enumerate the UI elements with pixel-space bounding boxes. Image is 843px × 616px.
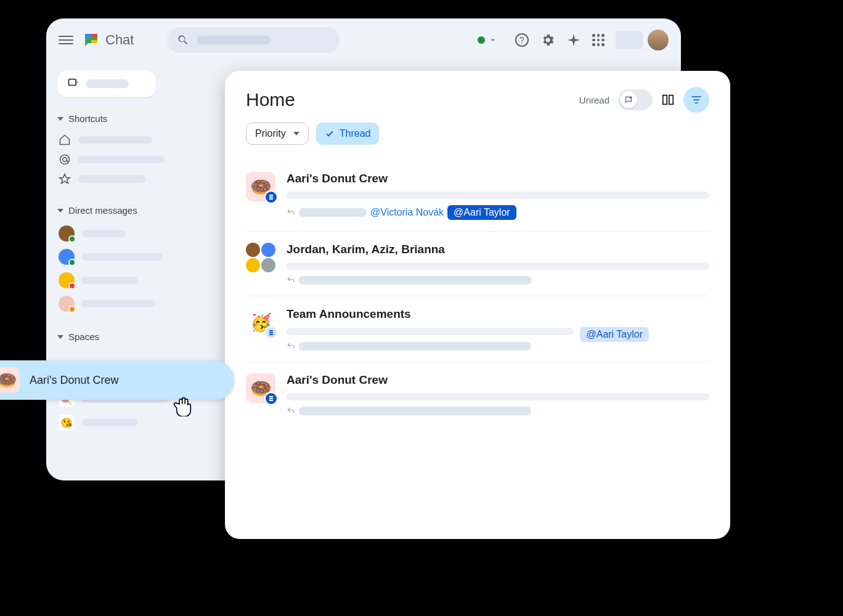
home-icon (59, 134, 71, 146)
chevron-down-icon (57, 117, 63, 121)
new-chat-icon (67, 78, 79, 90)
reply-icon (287, 342, 295, 351)
shortcut-home[interactable] (57, 130, 213, 150)
dm-contact-3[interactable] (57, 269, 213, 292)
mention-link[interactable]: @Victoria Novák (370, 207, 444, 218)
reply-icon (287, 407, 295, 415)
star-icon (59, 173, 71, 185)
apps-grid-icon[interactable] (592, 34, 605, 46)
page-title: Home (246, 89, 571, 110)
chevron-down-icon (293, 132, 299, 136)
chevron-down-icon (57, 209, 63, 213)
thread-badge-icon (264, 392, 278, 405)
filter-button[interactable] (683, 87, 709, 113)
help-icon[interactable]: ? (515, 33, 529, 47)
svg-point-8 (630, 97, 631, 98)
shortcuts-header[interactable]: Shortcuts (57, 113, 213, 124)
chat-logo-icon (82, 31, 100, 49)
shortcut-mentions[interactable] (57, 150, 213, 169)
svg-point-7 (63, 158, 67, 162)
grab-cursor-icon (173, 394, 195, 416)
svg-rect-0 (85, 34, 91, 37)
at-icon (59, 153, 71, 166)
svg-rect-2 (91, 40, 97, 43)
dm-contact-2[interactable] (57, 245, 213, 269)
app-name: Chat (105, 32, 134, 48)
priority-chip[interactable]: Priority (246, 123, 309, 145)
status-active-icon (478, 36, 485, 44)
dm-contact-4[interactable] (57, 292, 213, 315)
svg-rect-10 (669, 95, 673, 105)
account-area[interactable] (616, 30, 669, 51)
spaces-header[interactable]: Spaces (57, 331, 213, 342)
conversation-avatar: 🍩 (246, 373, 275, 403)
conversation-list: 🍩Aari's Donut Crew@Victoria Novák@Aari T… (246, 161, 709, 426)
conversation-title: Aari's Donut Crew (287, 172, 709, 185)
dms-header[interactable]: Direct messages (57, 205, 213, 216)
split-view-icon[interactable] (661, 93, 675, 107)
svg-rect-1 (91, 34, 97, 37)
shortcut-starred[interactable] (57, 169, 213, 189)
svg-rect-5 (69, 79, 76, 86)
space-pill-label: Aari's Donut Crew (30, 374, 118, 387)
reply-icon (287, 276, 295, 285)
unread-toggle-label: Unread (579, 95, 609, 105)
svg-text:?: ? (519, 35, 524, 45)
gemini-sparkle-icon[interactable] (566, 33, 581, 47)
conversation-item[interactable]: 🍩Aari's Donut Crew@Victoria Novák@Aari T… (246, 161, 709, 232)
space-drag-pill[interactable]: 🍩 Aari's Donut Crew (0, 360, 234, 400)
conversation-title: Jordan, Karim, Aziz, Brianna (287, 243, 709, 256)
reply-icon (287, 208, 295, 217)
menu-icon[interactable] (59, 33, 73, 47)
chat-bubble-icon (624, 95, 633, 104)
search-icon (177, 34, 189, 46)
conversation-avatar (246, 243, 275, 272)
filter-icon (690, 94, 702, 106)
chevron-down-icon (57, 335, 63, 339)
app-logo[interactable]: Chat (82, 31, 134, 49)
search-placeholder (197, 36, 271, 44)
svg-rect-9 (663, 95, 667, 105)
topbar: Chat ? (46, 18, 681, 62)
thread-badge-icon (264, 190, 278, 204)
new-chat-button[interactable] (57, 70, 156, 97)
sidebar: Shortcuts Direct messages Spaces 🍭 😘 (46, 62, 219, 480)
search-input[interactable] (167, 27, 340, 53)
settings-gear-icon[interactable] (540, 33, 555, 47)
mention-chip[interactable]: @Aari Taylor (580, 327, 649, 342)
mention-chip[interactable]: @Aari Taylor (447, 205, 516, 220)
conversation-avatar: 🍩 (246, 172, 275, 201)
conversation-avatar: 🥳 (246, 307, 275, 337)
check-icon (325, 129, 335, 139)
chevron-down-icon (489, 36, 497, 44)
user-avatar (648, 30, 669, 51)
conversation-item[interactable]: Jordan, Karim, Aziz, Brianna (246, 232, 709, 296)
svg-point-6 (60, 155, 70, 164)
thread-chip[interactable]: Thread (316, 123, 380, 145)
thread-badge-icon (264, 326, 278, 339)
conversation-title: Aari's Donut Crew (287, 373, 709, 387)
conversation-item[interactable]: 🥳Team Announcements@Aari Taylor (246, 296, 709, 362)
unread-toggle[interactable] (618, 89, 653, 110)
conversation-title: Team Announcements (287, 307, 709, 321)
dm-contact-1[interactable] (57, 222, 213, 245)
donut-icon: 🍩 (0, 367, 20, 393)
conversation-item[interactable]: 🍩Aari's Donut Crew (246, 362, 709, 426)
home-panel: Home Unread Priority Thread 🍩Aari's Donu… (225, 71, 730, 539)
status-selector[interactable] (471, 32, 503, 48)
